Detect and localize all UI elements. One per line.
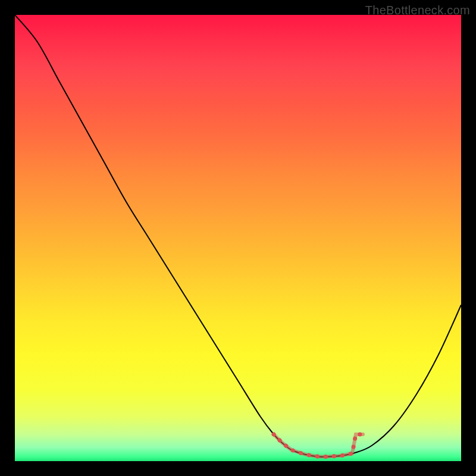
chart-svg: [15, 15, 461, 461]
highlight-dots: [274, 434, 363, 457]
bottleneck-curve-line: [15, 15, 461, 457]
watermark-text: TheBottleneck.com: [365, 4, 470, 17]
chart-plot-area: [15, 15, 461, 461]
